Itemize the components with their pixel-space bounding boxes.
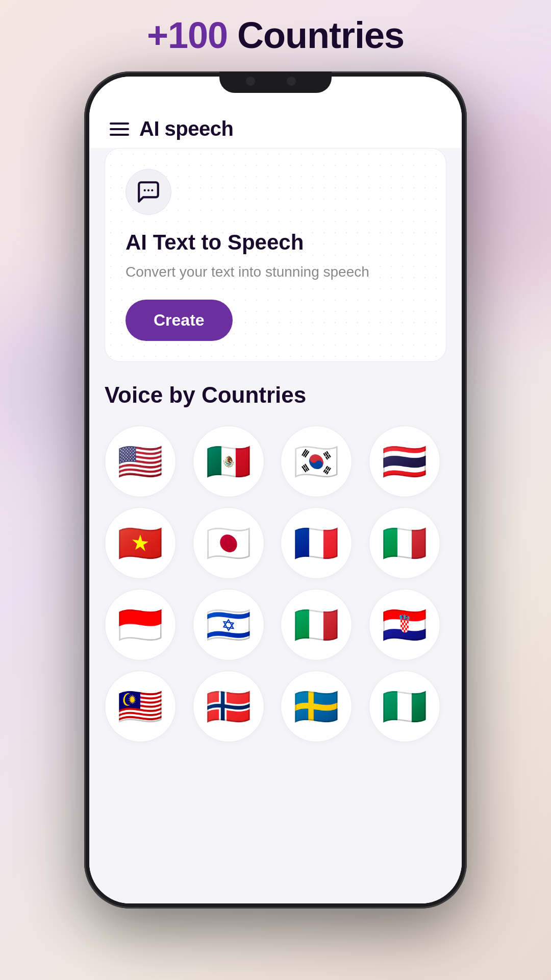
flag-circle[interactable]: 🇮🇱 <box>193 589 264 660</box>
chat-bubble-icon <box>136 179 161 205</box>
flag-circle[interactable]: 🇲🇾 <box>105 671 176 742</box>
flag-circle[interactable]: 🇳🇬 <box>369 671 440 742</box>
flag-circle[interactable]: 🇰🇷 <box>281 426 352 497</box>
flag-circle[interactable]: 🇻🇳 <box>105 507 176 579</box>
header-title: AI speech <box>139 117 233 140</box>
section-title: Voice by Countries <box>105 382 446 408</box>
top-heading: +100 Countries <box>147 14 404 56</box>
scroll-content[interactable]: AI Text to Speech Convert your text into… <box>89 148 462 903</box>
flag-circle[interactable]: 🇭🇷 <box>369 589 440 660</box>
flag-grid: 🇺🇸🇲🇽🇰🇷🇹🇭🇻🇳🇯🇵🇫🇷🇮🇹🇮🇩🇮🇱🇮🇹🇭🇷🇲🇾🇳🇴🇸🇪🇳🇬 <box>105 426 446 742</box>
flag-circle[interactable]: 🇮🇩 <box>105 589 176 660</box>
flag-circle[interactable]: 🇮🇹 <box>369 507 440 579</box>
app-header: AI speech <box>89 112 462 148</box>
svg-point-0 <box>144 189 146 191</box>
svg-point-2 <box>151 189 153 191</box>
flag-circle[interactable]: 🇺🇸 <box>105 426 176 497</box>
hamburger-menu[interactable] <box>110 122 129 136</box>
svg-point-1 <box>147 189 149 191</box>
phone-screen: AI speech AI Text to Speech Convert your… <box>89 77 462 903</box>
card-title: AI Text to Speech <box>126 230 425 255</box>
feature-card: AI Text to Speech Convert your text into… <box>105 148 446 362</box>
flag-circle[interactable]: 🇫🇷 <box>281 507 352 579</box>
flag-circle[interactable]: 🇯🇵 <box>193 507 264 579</box>
flag-circle[interactable]: 🇳🇴 <box>193 671 264 742</box>
card-description: Convert your text into stunning speech <box>126 262 425 282</box>
phone-notch <box>219 71 332 93</box>
top-heading-purple: +100 <box>147 15 228 56</box>
top-heading-black: Countries <box>228 15 404 56</box>
flag-circle[interactable]: 🇲🇽 <box>193 426 264 497</box>
flag-circle[interactable]: 🇸🇪 <box>281 671 352 742</box>
phone-frame: AI speech AI Text to Speech Convert your… <box>84 71 467 909</box>
flag-circle[interactable]: 🇮🇹 <box>281 589 352 660</box>
flag-circle[interactable]: 🇹🇭 <box>369 426 440 497</box>
create-button[interactable]: Create <box>126 300 233 341</box>
chat-icon-circle <box>126 169 171 215</box>
